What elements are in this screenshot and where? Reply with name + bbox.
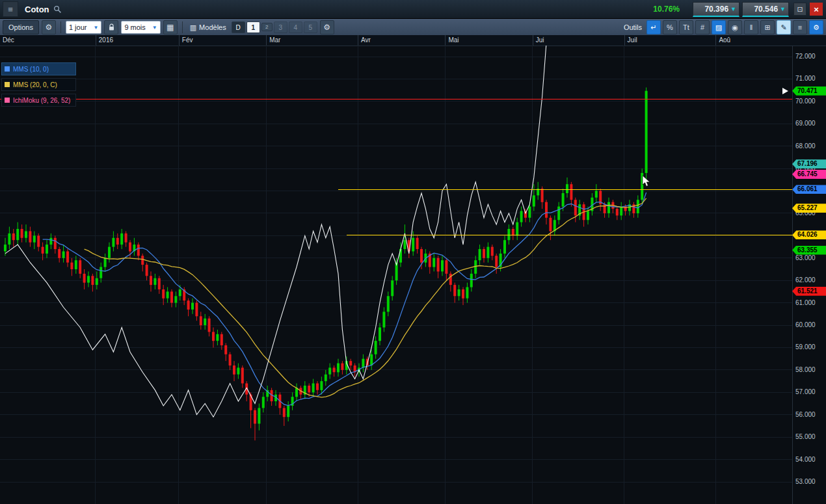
hamburger-icon: ≡	[8, 5, 13, 14]
lock-button[interactable]	[104, 20, 118, 34]
price-tag-66.745[interactable]: 66.745	[792, 170, 826, 179]
toolbar-separator	[182, 21, 183, 33]
draw-mode-tool[interactable]: ▨	[712, 20, 726, 34]
month-label: Fév	[182, 36, 193, 44]
month-tick	[266, 35, 267, 46]
layout-button-1[interactable]: 1	[246, 21, 260, 33]
layout-button-d[interactable]: D	[232, 21, 245, 33]
ask-down-arrow-icon: ▼	[780, 6, 786, 12]
menu-button[interactable]: ≡	[3, 1, 18, 17]
popout-button[interactable]: ⊡	[793, 3, 806, 16]
tools-group: ↵%Tt#▨◉‖⊞✎≡⚙	[646, 20, 823, 34]
calendar-icon: ▦	[167, 23, 174, 32]
chart-settings-tool[interactable]: ⚙	[809, 20, 823, 34]
lock-icon	[108, 23, 115, 31]
price-label: 58.000	[795, 366, 816, 373]
month-label: Aoû	[719, 36, 730, 44]
price-label: 60.000	[795, 321, 816, 328]
timeframe-select[interactable]: 1 jour▼	[66, 21, 101, 34]
month-tick	[533, 35, 533, 46]
models-icon: ▥	[190, 23, 196, 32]
layout-button-4[interactable]: 4	[289, 21, 302, 33]
price-label: 61.000	[795, 299, 816, 306]
price-tag-70.471[interactable]: 70.471	[792, 86, 826, 96]
month-label: Mai	[448, 36, 459, 44]
price-label: 63.000	[795, 254, 816, 261]
month-label: Avr	[361, 36, 371, 44]
models-button[interactable]: ▥ Modèles	[190, 23, 226, 32]
indicator-legend: MMS (10, 0)MMS (20, 0, C)IchiMoku (9, 26…	[1, 62, 76, 107]
price-tag-63.355[interactable]: 63.355	[792, 246, 826, 255]
pin-tool[interactable]: ◉	[728, 20, 742, 34]
month-tick	[445, 35, 446, 46]
ask-price-box[interactable]: 70.546 ▼	[742, 2, 789, 17]
layout-button-5[interactable]: 5	[304, 21, 317, 33]
price-tag-65.227[interactable]: 65.227	[792, 204, 826, 213]
legend-swatch-icon	[5, 98, 10, 103]
price-label: 70.000	[795, 98, 816, 105]
price-tag-61.521[interactable]: 61.521	[792, 287, 826, 296]
bid-price-box[interactable]: 70.396 ▼	[693, 2, 739, 17]
legend-item[interactable]: MMS (10, 0)	[1, 62, 76, 75]
close-button[interactable]: ×	[810, 3, 823, 16]
legend-label: IchiMoku (9, 26, 52)	[13, 97, 70, 104]
chevron-down-icon: ▼	[152, 25, 157, 31]
options-gear-button[interactable]: ⚙	[42, 20, 56, 34]
layout-button-3[interactable]: 3	[274, 21, 287, 33]
legend-label: MMS (20, 0, C)	[13, 81, 57, 88]
search-icon[interactable]	[53, 5, 62, 14]
price-tag-66.061[interactable]: 66.061	[792, 185, 826, 194]
price-tag-67.196[interactable]: 67.196	[792, 159, 826, 168]
bars-tool[interactable]: ‖	[744, 20, 758, 34]
price-chart[interactable]	[0, 46, 792, 504]
legend-label: MMS (10, 0)	[13, 66, 49, 73]
month-label: Jui	[536, 36, 544, 44]
legend-item[interactable]: MMS (20, 0, C)	[1, 78, 76, 91]
range-select[interactable]: 9 mois▼	[121, 21, 160, 34]
ask-price: 70.546	[754, 5, 778, 14]
instrument-title: Coton	[25, 5, 49, 14]
layout-button-2[interactable]: 2	[261, 23, 273, 31]
options-button[interactable]: Options	[3, 20, 39, 34]
price-label: 72.000	[795, 53, 816, 60]
chevron-down-icon: ▼	[93, 25, 98, 31]
cursor-tool[interactable]: ↵	[646, 20, 661, 34]
app-header: ≡ Coton 10.76% 70.396 ▼ 70.546 ▼ ⊡ ×	[0, 0, 826, 19]
text-tool[interactable]: Tt	[679, 20, 693, 34]
price-label: 55.000	[795, 433, 816, 440]
bid-down-arrow-icon: ▼	[730, 6, 736, 12]
price-label: 68.000	[795, 142, 816, 150]
tools-section: Outils ↵%Tt#▨◉‖⊞✎≡⚙	[621, 20, 823, 34]
toolbar-separator	[60, 21, 61, 33]
trading-app: ≡ Coton 10.76% 70.396 ▼ 70.546 ▼ ⊡ × Opt…	[0, 0, 826, 504]
price-label: 53.000	[795, 478, 816, 485]
chart-toolbar: Options ⚙ 1 jour▼ 9 mois▼ ▦ ▥ Modèles D1…	[0, 19, 826, 36]
chart-area: Déc2016FévMarAvrMaiJuiJuilAoû MMS (10, 0…	[0, 35, 826, 504]
price-tag-64.026[interactable]: 64.026	[792, 230, 826, 239]
month-label: Déc	[3, 36, 14, 44]
calendar-button[interactable]: ▦	[163, 20, 178, 34]
month-label: 2016	[99, 36, 113, 44]
price-label: 62.000	[795, 276, 816, 284]
compare-tool[interactable]: ⊞	[760, 20, 775, 34]
price-label: 71.000	[795, 75, 816, 82]
price-label: 57.000	[795, 388, 816, 395]
percent-scale-tool[interactable]: %	[663, 20, 677, 34]
price-axis[interactable]: 72.00071.00070.00069.00068.00067.00066.0…	[792, 46, 826, 504]
change-percent: 10.76%	[653, 5, 680, 14]
layout-buttons-group: D12345	[232, 21, 317, 33]
date-axis[interactable]: Déc2016FévMarAvrMaiJuiJuilAoû	[0, 35, 826, 46]
month-tick	[179, 35, 180, 46]
bid-price: 70.396	[704, 5, 728, 14]
month-tick	[715, 35, 716, 46]
layout-settings-button[interactable]: ⚙	[320, 20, 334, 34]
price-label: 69.000	[795, 120, 816, 127]
grid-tool[interactable]: #	[695, 20, 710, 34]
month-label: Juil	[628, 36, 637, 44]
print-tool[interactable]: ≡	[793, 20, 807, 34]
highlight-tool[interactable]: ✎	[777, 20, 791, 34]
legend-item[interactable]: IchiMoku (9, 26, 52)	[1, 94, 76, 107]
tools-label: Outils	[624, 23, 642, 31]
legend-swatch-icon	[5, 66, 10, 72]
price-label: 54.000	[795, 456, 816, 463]
